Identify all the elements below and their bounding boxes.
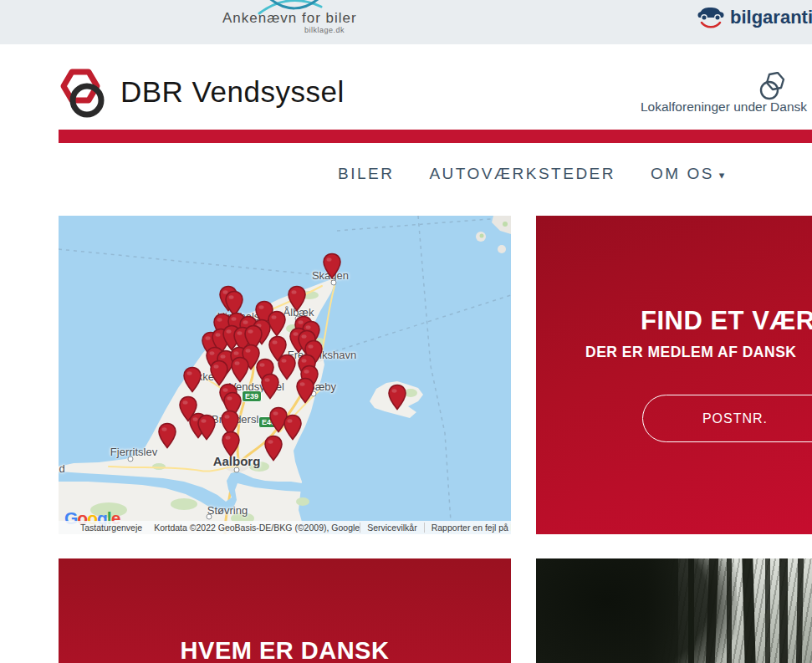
workshop-pin-icon[interactable]: [230, 356, 250, 383]
hvem-panel-title: HVEM ER DANSK: [59, 637, 511, 663]
workshop-pin-icon[interactable]: [263, 435, 283, 462]
map-town-dot: [207, 514, 212, 520]
workshop-pin-icon[interactable]: [322, 252, 342, 279]
map-town-dot: [234, 467, 240, 473]
top-utility-bar: Ankenævn for biler bilklage.dk bilgarant…: [0, 0, 812, 44]
site-header: DBR Vendsyssel Lokalforeninger under Dan…: [0, 44, 812, 130]
ankenaevn-title: Ankenævn for biler: [222, 10, 356, 27]
hvem-er-dansk-panel: HVEM ER DANSK: [59, 558, 511, 663]
workshop-map[interactable]: SkagenHirtshalsÅlbækFrederikshavnLøkkenS…: [59, 216, 511, 534]
page: Ankenævn for biler bilklage.dk bilgarant…: [0, 0, 812, 663]
forest-image: [536, 558, 812, 663]
workshop-pin-icon[interactable]: [295, 377, 315, 404]
workshop-pin-icon[interactable]: [182, 366, 202, 393]
bilgaranti-link[interactable]: bilgaranti.c: [697, 3, 812, 32]
workshop-pin-icon[interactable]: [283, 414, 303, 441]
ankenaevn-subtitle: bilklage.dk: [304, 26, 345, 34]
brand-logo-link[interactable]: DBR Vendsyssel: [57, 65, 345, 119]
forest-texture: [661, 558, 812, 663]
workshop-pin-icon[interactable]: [387, 384, 407, 411]
dbr-logo-icon: [57, 65, 109, 119]
nav-item-om-os[interactable]: OM OS▾: [651, 165, 727, 183]
terms-link[interactable]: Servicevilkår: [360, 523, 424, 533]
workshop-pin-icon[interactable]: [267, 310, 287, 337]
find-workshop-panel: FIND ET VÆRK DER ER MEDLEM AF DANSK: [536, 216, 812, 534]
map-data-attribution: Kortdata ©2022 GeoBasis-DE/BKG (©2009), …: [154, 523, 360, 533]
report-error-link[interactable]: Rapporter en fejl på kortet: [424, 523, 511, 533]
red-accent-bar: [59, 130, 812, 143]
ankenaevn-link[interactable]: Ankenævn for biler bilklage.dk: [222, 0, 356, 42]
map-town-dot: [331, 280, 337, 286]
find-panel-subtitle: DER ER MEDLEM AF DANSK: [585, 344, 796, 361]
association-logo-icon: [758, 72, 786, 102]
workshop-pin-icon[interactable]: [260, 373, 280, 400]
main-nav: BILER AUTOVÆRKSTEDER OM OS▾: [338, 163, 727, 185]
workshop-pin-icon[interactable]: [221, 431, 241, 457]
keyboard-shortcuts-link[interactable]: Tastaturgenveje: [80, 523, 142, 533]
bilgaranti-label: bilgaranti.c: [730, 7, 812, 28]
postnr-input[interactable]: [642, 395, 812, 442]
brand-name: DBR Vendsyssel: [120, 75, 345, 109]
chevron-down-icon: ▾: [719, 169, 727, 181]
map-place-label: d: [59, 462, 64, 475]
road-shield: E39: [242, 390, 262, 402]
bilgaranti-car-icon: [697, 3, 725, 32]
nav-item-autovaerksteder[interactable]: AUTOVÆRKSTEDER: [429, 165, 615, 183]
nav-item-biler[interactable]: BILER: [338, 165, 394, 183]
map-town-dot: [128, 456, 134, 462]
map-attribution-bar: Tastaturgenveje Kortdata ©2022 GeoBasis-…: [59, 521, 511, 534]
workshop-pin-icon[interactable]: [287, 285, 307, 312]
find-panel-title: FIND ET VÆRK: [641, 306, 812, 336]
map-place-label: Støvring: [207, 504, 248, 517]
workshop-pin-icon[interactable]: [157, 422, 177, 449]
map-place-label: Fjerritslev: [110, 446, 157, 458]
workshop-pin-icon[interactable]: [197, 414, 217, 441]
association-note: Lokalforeninger under Dansk: [641, 99, 807, 115]
